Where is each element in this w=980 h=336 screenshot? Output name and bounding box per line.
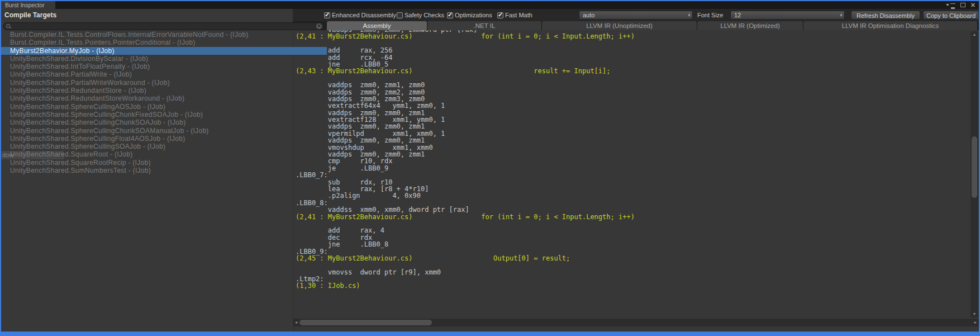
code-line-asm: jne .LBB0_8 xyxy=(296,241,969,248)
compile-target-row[interactable]: UnityBenchShared.PartialWriteWorkaround … xyxy=(1,79,293,87)
compile-target-row[interactable]: UnityBenchShared.RedundantStoreWorkaroun… xyxy=(1,94,293,102)
code-line-asm: add rax, 256 xyxy=(296,47,969,54)
search-icon xyxy=(6,23,11,29)
search-input[interactable] xyxy=(11,23,316,30)
code-line-asm xyxy=(296,220,969,227)
dropdown-arrows-icon: ▴▾ xyxy=(840,13,842,17)
caret-down-icon xyxy=(946,4,949,6)
compile-target-row[interactable]: MyBurst2Behavior.MyJob - (IJob) xyxy=(1,47,327,55)
window-tab-burst-inspector[interactable]: Burst Inspector xyxy=(1,1,55,9)
code-line-asm: add rcx, -64 xyxy=(296,54,969,61)
checkbox-unchecked-icon[interactable] xyxy=(397,12,403,18)
compile-target-row[interactable]: UnityBenchShared.DivisionByScalar - (IJo… xyxy=(1,55,293,63)
compile-targets-header: Compile Targets xyxy=(4,11,56,19)
code-line-asm: cmp r10, rdx xyxy=(296,158,969,164)
compile-target-row[interactable]: UnityBenchShared.SphereCullingAOSJob - (… xyxy=(1,103,293,111)
code-line-source-mapping: (2,43 : MyBurst2Behaviour.cs) result += … xyxy=(296,68,969,74)
hamburger-icon xyxy=(950,3,955,7)
tab-llvm-ir-optimized[interactable]: LLVM IR (Optimized) xyxy=(697,21,803,30)
checkbox-safety-checks[interactable]: Safety Checks xyxy=(397,11,444,19)
close-x-icon: ✕ xyxy=(971,2,976,8)
compile-target-row[interactable]: UnityBenchShared.SumNumbersTest - (IJob) xyxy=(1,167,293,174)
maximize-square-icon xyxy=(960,3,965,7)
checkbox-checked-icon[interactable]: ✓ xyxy=(447,12,453,18)
code-line-asm: dec rdx xyxy=(296,234,969,241)
scroll-up-icon[interactable]: ▲ xyxy=(971,31,978,38)
code-line-source-mapping: (2,41 : MyBurst2Behaviour.cs) for (int i… xyxy=(296,33,969,40)
tab-net-il[interactable]: .NET IL xyxy=(427,21,542,30)
code-line-asm: vextractf64x4 ymm1, zmm0, 1 xyxy=(296,102,969,109)
horizontal-scrollbar[interactable]: ◄ ► xyxy=(293,319,979,326)
title-bar: Burst Inspector ✕ xyxy=(1,1,979,9)
font-size-dropdown[interactable]: 12 ▴▾ xyxy=(730,11,845,20)
window-content: Compile Targets ✕ Burst.Compiler.IL.Test… xyxy=(1,9,979,332)
check-icon: ✓ xyxy=(498,11,503,18)
code-line-asm: .Ltmp2: xyxy=(296,276,969,282)
code-line-source-mapping: (2,45 : MyBurst2Behaviour.cs) Output[0] … xyxy=(296,255,969,262)
code-line-source-mapping: (2,41 : MyBurst2Behaviour.cs) for (int i… xyxy=(296,214,969,220)
font-size-value: 12 xyxy=(734,11,741,19)
checkbox-label: Fast Math xyxy=(505,12,532,18)
checkbox-enhanced-disassembly[interactable]: ✓Enhanced Disassembly xyxy=(324,11,396,19)
ghost-tooltip-artifact: dow xyxy=(1,151,64,159)
code-line-asm: add rax, 4 xyxy=(296,227,969,234)
compile-target-row[interactable]: UnityBenchShared.SphereCullingChunkSOAMa… xyxy=(1,127,293,135)
view-tabs: Assembly.NET ILLLVM IR (Unoptimized)LLVM… xyxy=(327,21,978,30)
checkbox-checked-icon[interactable]: ✓ xyxy=(324,12,330,18)
scroll-right-icon[interactable]: ► xyxy=(972,319,979,326)
checkbox-label: Optimizations xyxy=(455,12,492,18)
scroll-left-icon[interactable]: ◄ xyxy=(293,319,299,326)
code-line-asm: vaddss xmm0, xmm0, dword ptr [rax] xyxy=(296,206,969,213)
window-maximize-icon[interactable] xyxy=(960,3,965,7)
dropdown-arrows-icon: ▴▾ xyxy=(688,13,690,17)
code-line-asm xyxy=(296,262,969,268)
assembly-code-view[interactable]: vaddps zmm0, zmm0, zmmword ptr [rax](2,4… xyxy=(293,30,969,319)
compile-target-row[interactable]: Burst.Compiler.IL.Tests.Pointers.Pointer… xyxy=(1,39,293,46)
checkbox-label: Enhanced Disassembly xyxy=(332,12,396,18)
search-field[interactable]: ✕ xyxy=(3,22,324,30)
compile-target-row[interactable]: UnityBenchShared.PartialWrite - (IJob) xyxy=(1,70,293,78)
code-line-asm: .LBB0_7: xyxy=(296,172,969,178)
tab-llvm-ir-unoptimized[interactable]: LLVM IR (Unoptimized) xyxy=(542,21,697,30)
compile-target-row[interactable]: UnityBenchShared.SquareRootRecip - (IJob… xyxy=(1,159,293,167)
copy-to-clipboard-button[interactable]: Copy to Clipboard xyxy=(923,11,979,20)
checkbox-fast-math[interactable]: ✓Fast Math xyxy=(497,11,532,19)
search-clear-icon[interactable]: ✕ xyxy=(316,23,322,29)
check-icon: ✓ xyxy=(448,11,453,18)
code-line-asm: vaddps zmm0, zmm1, zmm0 xyxy=(296,82,969,88)
window-menu-icon[interactable] xyxy=(946,3,955,7)
target-dropdown-value: auto xyxy=(583,11,594,19)
checkbox-optimizations[interactable]: ✓Optimizations xyxy=(447,11,492,19)
tab-llvm-ir-optimisation-diagnostics[interactable]: LLVM IR Optimisation Diagnostics xyxy=(803,21,978,30)
code-line-asm: vaddps zmm0, zmm0, zmm1 xyxy=(296,137,969,144)
vertical-scrollbar-thumb[interactable] xyxy=(972,136,977,198)
compile-target-row[interactable]: UnityBenchShared.IntToFloatPenalty - (IJ… xyxy=(1,63,293,70)
compile-target-row[interactable]: UnityBenchShared.SphereCullingChunkFixed… xyxy=(1,111,293,119)
scroll-down-icon[interactable]: ▼ xyxy=(971,311,978,318)
code-line-asm xyxy=(296,40,969,47)
check-icon: ✓ xyxy=(325,11,330,18)
compile-target-row[interactable]: Burst.Compiler.IL.Tests.ControlFlows.Int… xyxy=(1,31,293,39)
compile-target-row[interactable]: UnityBenchShared.SphereCullingChunkSOAJo… xyxy=(1,119,293,126)
checkbox-label: Safety Checks xyxy=(405,12,444,18)
compile-target-row[interactable]: UnityBenchShared.RedundantStore - (IJob) xyxy=(1,87,293,94)
tab-assembly[interactable]: Assembly xyxy=(327,21,427,30)
target-dropdown[interactable]: auto ▴▾ xyxy=(579,11,693,20)
code-line-asm: .p2align 4, 0x90 xyxy=(296,192,969,199)
horizontal-scrollbar-thumb[interactable] xyxy=(299,320,432,325)
burst-inspector-window: Burst Inspector ✕ Compile Targets ✕ Burs xyxy=(0,0,980,336)
vertical-scrollbar[interactable]: ▲ ▼ xyxy=(971,31,978,318)
code-line-asm: je .LBB0_9 xyxy=(296,165,969,172)
compile-target-row[interactable]: UnityBenchShared.SphereCullingSOAJob - (… xyxy=(1,143,293,150)
checkbox-checked-icon[interactable]: ✓ xyxy=(497,12,503,18)
code-line-asm: vaddps zmm0, zmm0, zmm1 xyxy=(296,151,969,158)
code-line-source-mapping: (1,30 : IJob.cs) xyxy=(296,282,969,289)
font-size-label: Font Size xyxy=(697,12,723,18)
compile-target-row[interactable]: UnityBenchShared.SphereCullingFloat4AOSJ… xyxy=(1,135,293,143)
refresh-disassembly-button[interactable]: Refresh Disassembly xyxy=(851,11,920,20)
code-line-asm: vmovss dword ptr [r9], xmm0 xyxy=(296,269,969,276)
window-close-icon[interactable]: ✕ xyxy=(971,2,976,8)
code-line-asm: vaddps zmm0, zmm0, zmm1 xyxy=(296,123,969,130)
